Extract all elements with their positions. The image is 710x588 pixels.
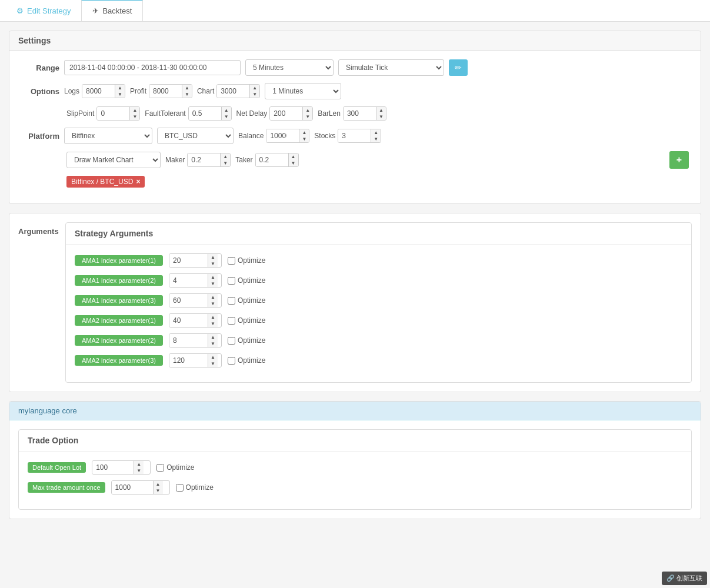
slippoint-input[interactable] <box>97 107 129 120</box>
arg-up-2[interactable]: ▲ <box>208 294 218 300</box>
optimize-check-4[interactable] <box>228 337 235 345</box>
arg-down-5[interactable]: ▼ <box>208 360 218 367</box>
range-input[interactable] <box>64 60 241 75</box>
arg-number-wrap-5: ▲ ▼ <box>169 353 222 368</box>
chart-field-wrap: Chart ▲ ▼ <box>197 84 260 98</box>
arg-up-1[interactable]: ▲ <box>208 274 218 280</box>
trade-arg-row-1: Max trade amount once ▲ ▼ Optimize <box>28 480 682 495</box>
trade-optimize-check-1[interactable] <box>176 484 184 492</box>
trade-optimize-check-0[interactable] <box>156 464 164 472</box>
taker-up[interactable]: ▲ <box>289 153 298 160</box>
netdelay-input[interactable] <box>270 107 302 120</box>
profit-down[interactable]: ▼ <box>182 91 192 98</box>
optimize-check-3[interactable] <box>228 317 235 325</box>
add-platform-button[interactable]: + <box>669 151 689 169</box>
balance-down[interactable]: ▼ <box>299 136 309 142</box>
faulttolerant-input[interactable] <box>189 107 221 120</box>
arg-down-0[interactable]: ▼ <box>208 260 218 267</box>
logs-input[interactable] <box>82 85 115 98</box>
taker-down[interactable]: ▼ <box>289 160 298 166</box>
exchange-select[interactable]: Bitfinex Binance OKEx <box>64 128 152 144</box>
time-select[interactable]: 1 Minutes 5 Minutes 15 Minutes <box>265 83 341 99</box>
balance-field-wrap: Balance ▲ ▼ <box>238 129 309 143</box>
maker-down[interactable]: ▼ <box>221 160 230 166</box>
netdelay-down[interactable]: ▼ <box>303 113 312 120</box>
netdelay-up[interactable]: ▲ <box>303 107 312 113</box>
optimize-check-5[interactable] <box>228 357 235 365</box>
profit-spin: ▲ ▼ <box>182 85 192 98</box>
arg-input-0[interactable] <box>169 254 208 267</box>
arg-input-2[interactable] <box>169 294 208 307</box>
optimize-wrap-5: Optimize <box>228 356 265 365</box>
arg-spin-1: ▲ ▼ <box>208 274 218 287</box>
logs-up[interactable]: ▲ <box>115 85 125 91</box>
logs-down[interactable]: ▼ <box>115 91 125 98</box>
profit-up[interactable]: ▲ <box>182 85 192 91</box>
slippoint-number-wrap: ▲ ▼ <box>96 106 140 121</box>
arg-input-4[interactable] <box>169 334 208 347</box>
trade-arg-up-0[interactable]: ▲ <box>134 461 144 467</box>
optimize-check-2[interactable] <box>228 297 235 305</box>
top-navigation: ⚙ Edit Strategy ✈ Backtest <box>0 0 710 22</box>
faulttolerant-up[interactable]: ▲ <box>222 107 231 113</box>
trade-arg-up-1[interactable]: ▲ <box>154 481 163 487</box>
tab-edit-strategy[interactable]: ⚙ Edit Strategy <box>6 0 81 21</box>
arg-up-4[interactable]: ▲ <box>208 334 218 340</box>
trade-optimize-label-1: Optimize <box>186 483 214 492</box>
main-content: Settings Range 5 Minutes 1 Minutes 15 Mi… <box>0 22 710 537</box>
slippoint-spin: ▲ ▼ <box>129 107 139 120</box>
maker-up[interactable]: ▲ <box>221 153 230 160</box>
slippoint-up[interactable]: ▲ <box>130 107 139 113</box>
optimize-check-0[interactable] <box>228 257 235 265</box>
chart-input[interactable] <box>217 85 249 98</box>
barlen-input[interactable] <box>344 107 376 120</box>
slippoint-down[interactable]: ▼ <box>130 113 139 120</box>
trade-arg-down-0[interactable]: ▼ <box>134 467 144 474</box>
edit-range-button[interactable]: ✏ <box>449 59 468 76</box>
profit-input[interactable] <box>149 85 182 98</box>
mode-select[interactable]: Simulate Tick Real Tick High Frequency <box>338 59 444 76</box>
barlen-down[interactable]: ▼ <box>376 113 386 120</box>
interval-select[interactable]: 5 Minutes 1 Minutes 15 Minutes 30 Minute… <box>245 59 334 76</box>
chart-down[interactable]: ▼ <box>250 91 259 98</box>
arg-input-3[interactable] <box>169 314 208 327</box>
optimize-check-1[interactable] <box>228 277 235 285</box>
barlen-field-wrap: BarLen ▲ ▼ <box>318 106 386 121</box>
tab-backtest-label: Backtest <box>102 6 132 15</box>
arg-input-1[interactable] <box>169 274 208 287</box>
slippoint-field-wrap: SlipPoint ▲ ▼ <box>66 106 140 121</box>
arg-up-5[interactable]: ▲ <box>208 354 218 360</box>
arg-down-1[interactable]: ▼ <box>208 280 218 287</box>
balance-up[interactable]: ▲ <box>299 129 309 136</box>
arg-input-5[interactable] <box>169 354 208 367</box>
chart-up[interactable]: ▲ <box>250 85 259 91</box>
language-header: mylanguage core <box>9 402 701 420</box>
chart-number-wrap: ▲ ▼ <box>216 84 260 98</box>
arg-down-3[interactable]: ▼ <box>208 320 218 327</box>
stocks-input[interactable] <box>338 129 371 142</box>
faulttolerant-down[interactable]: ▼ <box>222 113 231 120</box>
arg-up-3[interactable]: ▲ <box>208 314 218 320</box>
stocks-up[interactable]: ▲ <box>371 129 381 136</box>
taker-input[interactable] <box>256 153 288 166</box>
profit-label: Profit <box>130 87 146 95</box>
arg-down-2[interactable]: ▼ <box>208 300 218 307</box>
trade-option-card: Trade Option Default Open Lot ▲ ▼ <box>18 429 692 510</box>
trade-arg-input-1[interactable] <box>112 481 153 494</box>
trade-arg-down-1[interactable]: ▼ <box>154 487 163 494</box>
arg-down-4[interactable]: ▼ <box>208 340 218 347</box>
maker-input[interactable] <box>188 153 220 166</box>
pair-select[interactable]: BTC_USD ETH_USD LTC_USD <box>157 128 234 144</box>
arg-up-0[interactable]: ▲ <box>208 254 218 260</box>
remove-platform-tag-button[interactable]: × <box>136 178 140 186</box>
stocks-spin: ▲ ▼ <box>371 129 381 142</box>
balance-input[interactable] <box>266 129 299 142</box>
balance-number-wrap: ▲ ▼ <box>266 129 309 143</box>
trade-arg-input-0[interactable] <box>92 461 134 474</box>
optimize-label-3: Optimize <box>238 316 265 325</box>
stocks-down[interactable]: ▼ <box>371 136 381 142</box>
barlen-up[interactable]: ▲ <box>376 107 386 113</box>
tab-backtest[interactable]: ✈ Backtest <box>81 0 143 21</box>
draw-market-select[interactable]: Draw Market Chart No Draw <box>66 152 161 168</box>
arguments-section: Arguments Strategy Arguments AMA1 index … <box>9 213 701 392</box>
